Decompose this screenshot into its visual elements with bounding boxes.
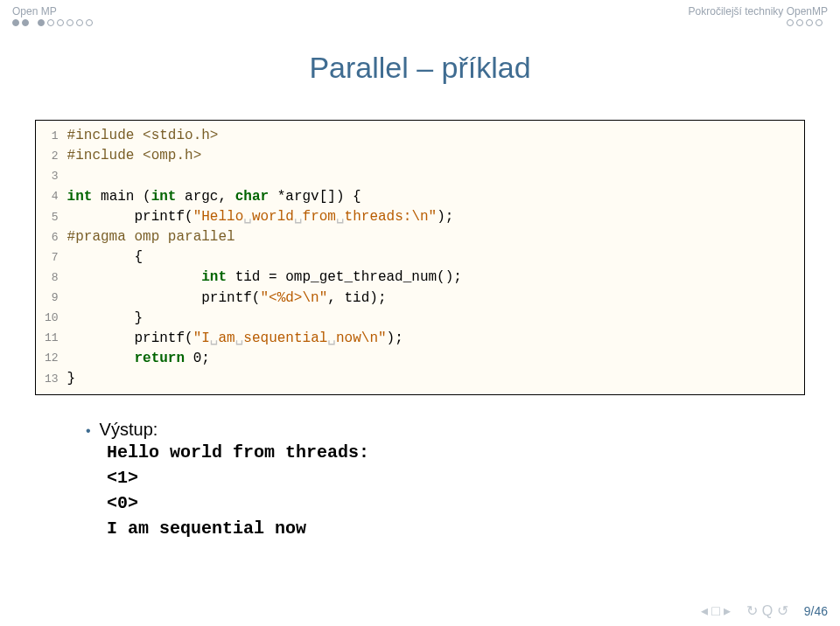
bullet-icon: •	[86, 422, 91, 439]
nav-loop-icon[interactable]: ↻ Q ↺	[746, 602, 788, 619]
nav-back-icon[interactable]: ◂ □ ▸	[701, 602, 732, 619]
progress-dot	[806, 19, 813, 26]
progress-dot	[796, 19, 803, 26]
progress-dot	[57, 19, 64, 26]
progress-dot	[12, 19, 19, 26]
progress-dot	[66, 19, 74, 26]
output-section: • Výstup: Hello world from threads:<1><0…	[86, 420, 805, 541]
header-right: Pokročilejší techniky OpenMP	[689, 5, 828, 17]
output-label: Výstup:	[100, 420, 158, 440]
progress-dot	[787, 19, 794, 26]
progress-dot	[76, 19, 83, 26]
progress-dot	[38, 19, 45, 26]
progress-dot	[22, 19, 29, 26]
nav-progress	[0, 17, 840, 26]
page-number: 9/46	[804, 604, 828, 618]
code-block: 12345678910111213 #include <stdio.h>#inc…	[35, 120, 805, 395]
slide-footer: ◂ □ ▸ ↻ Q ↺ 9/46	[701, 602, 828, 619]
progress-dot	[816, 19, 822, 26]
slide-title: Parallel – příklad	[0, 51, 840, 85]
slide-header: Open MP Pokročilejší techniky OpenMP	[0, 0, 840, 17]
header-left: Open MP	[12, 5, 57, 17]
progress-dot	[86, 19, 93, 26]
progress-dot	[47, 19, 54, 26]
